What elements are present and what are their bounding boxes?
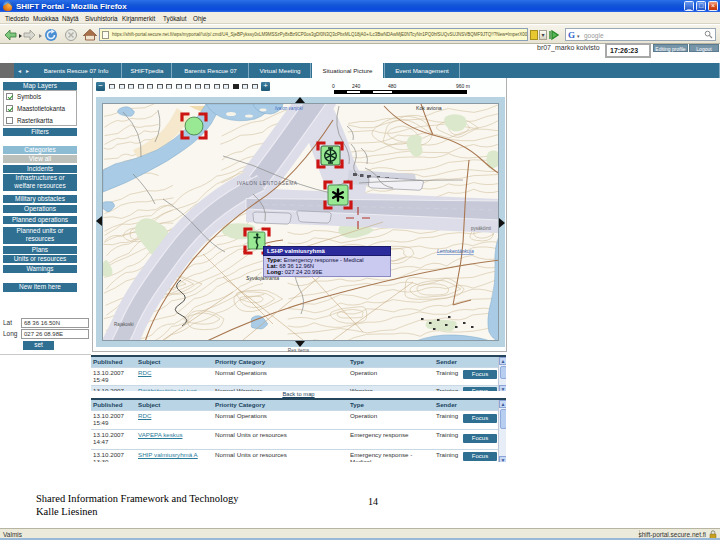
svg-text:IVALON LENTOASEMA: IVALON LENTOASEMA [237,181,298,186]
svg-text:Rajakoski: Rajakoski [114,322,134,327]
svg-text:Kok aviona: Kok aviona [416,105,442,111]
svg-text:Ivalon vanjoki: Ivalon vanjoki [275,106,304,111]
svg-text:Lentokentänkuja: Lentokentänkuja [437,248,474,254]
svg-text:pysäköinti: pysäköinti [471,226,491,231]
